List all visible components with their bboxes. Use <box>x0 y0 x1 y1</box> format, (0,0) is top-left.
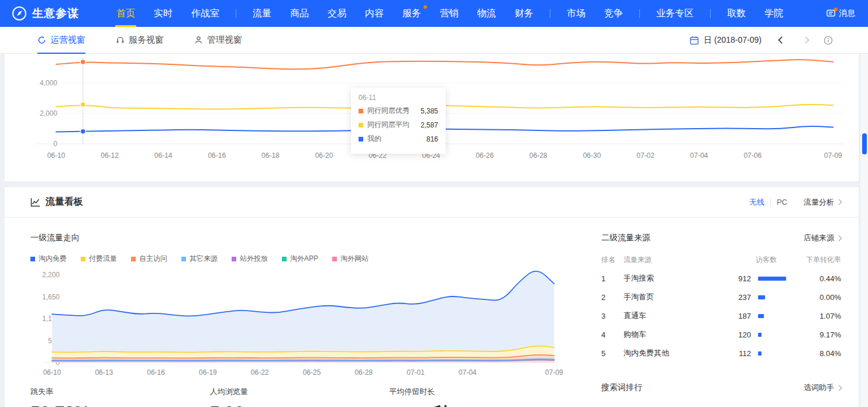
nav-item-business-zone[interactable]: 业务专区 <box>647 0 703 27</box>
notification-dot <box>834 8 838 11</box>
messages-entry[interactable]: 消息 <box>826 8 857 19</box>
nav-item-finance[interactable]: 财务 <box>505 0 543 27</box>
source-name: 淘内免费其他 <box>624 348 721 358</box>
source-row[interactable]: 3直通车1871.07% <box>601 306 841 325</box>
legend-swatch <box>30 257 35 261</box>
brand-name: 生意参谋 <box>32 6 79 21</box>
nav-item-compete[interactable]: 竞争 <box>595 0 632 27</box>
traffic-analysis-link[interactable]: 流量分析 <box>804 197 841 208</box>
legend-label: 淘外网站 <box>340 254 368 264</box>
chevron-right-icon <box>836 385 842 391</box>
nav-item-content[interactable]: 内容 <box>356 0 393 27</box>
source-row[interactable]: 4购物车1209.17% <box>601 325 841 344</box>
nav-menu: 首页实时作战室流量商品交易内容服务营销物流财务市场竞争业务专区取数学院 <box>107 0 826 27</box>
visitors-bar-cell <box>751 295 790 299</box>
nav-item-trade[interactable]: 交易 <box>318 0 356 27</box>
source-rank: 1 <box>601 274 624 283</box>
tooltip-series-name: 同行同层优秀 <box>367 106 409 116</box>
divider <box>770 199 771 206</box>
source-rate: 0.44% <box>790 274 841 283</box>
source-row[interactable]: 2手淘首页2370.00% <box>601 288 841 306</box>
svg-text:06-20: 06-20 <box>315 151 333 160</box>
source-panel-title: 二级流量来源 <box>601 233 650 243</box>
secondary-source-panel: 二级流量来源 店铺来源 排名流量来源访客数下单转化率1手淘搜索9120.44%2… <box>601 233 841 407</box>
calendar-icon[interactable] <box>690 36 699 45</box>
svg-text:06-28: 06-28 <box>529 151 547 160</box>
source-row[interactable]: 1手淘搜索9120.44% <box>601 269 841 288</box>
legend-item-offsite[interactable]: 站外投放 <box>232 254 268 264</box>
toggle-wireless[interactable]: 无线 <box>749 197 764 208</box>
svg-text:1,650: 1,650 <box>42 293 60 301</box>
view-tab-service[interactable]: 服务视窗 <box>116 27 164 54</box>
chevron-right-icon <box>836 199 842 205</box>
tooltip-series-value: 2,587 <box>421 121 438 129</box>
date-display[interactable]: 日 (2018-07-09) <box>704 35 762 46</box>
next-date-button[interactable] <box>802 36 810 44</box>
scrollbar-thumb[interactable] <box>862 133 867 154</box>
svg-text:06-16: 06-16 <box>147 368 165 377</box>
nav-item-traffic[interactable]: 流量 <box>243 0 281 27</box>
legend-item-paid[interactable]: 付费流量 <box>81 254 117 264</box>
source-rank: 3 <box>601 312 624 320</box>
scrollbar[interactable] <box>860 54 868 407</box>
nav-item-data-fetch[interactable]: 取数 <box>718 0 755 27</box>
metric-label: 跳失率 <box>30 387 210 397</box>
legend-item-taonei-free[interactable]: 淘内免费 <box>30 254 67 264</box>
visitors-bar-cell <box>751 277 790 281</box>
nav-item-home[interactable]: 首页 <box>107 0 144 27</box>
legend-item-taowai-app[interactable]: 淘外APP <box>282 254 318 264</box>
legend-item-self-visit[interactable]: 自主访问 <box>131 254 167 264</box>
view-tab-operation[interactable]: 运营视窗 <box>37 27 85 54</box>
primary-traffic-title: 一级流量走向 <box>30 233 569 243</box>
source-name: 购物车 <box>624 329 721 340</box>
legend-item-taowai-web[interactable]: 淘外网站 <box>332 254 368 264</box>
prev-date-button[interactable] <box>778 36 786 44</box>
message-label: 消息 <box>839 8 855 19</box>
word-helper-link[interactable]: 选词助手 <box>804 382 841 393</box>
metric-value: 59.73% <box>30 402 210 407</box>
nav-item-service[interactable]: 服务 <box>393 0 430 27</box>
source-rank: 4 <box>601 330 624 339</box>
nav-separator <box>550 9 550 18</box>
metric-label: 人均浏览量 <box>210 387 390 397</box>
date-controls: 日 (2018-07-09) <box>690 35 833 46</box>
nav-item-items[interactable]: 商品 <box>281 0 318 27</box>
svg-text:07-09: 07-09 <box>545 368 563 377</box>
tooltip-row: 我的816 <box>359 134 438 144</box>
chevron-right-icon <box>836 235 842 241</box>
metric-label: 平均停留时长 <box>389 387 569 397</box>
nav-item-academy[interactable]: 学院 <box>755 0 793 27</box>
traffic-legend: 淘内免费付费流量自主访问其它来源站外投放淘外APP淘外网站 <box>30 254 569 264</box>
metric-value: 17.48秒 <box>389 402 569 407</box>
nav-item-logistics[interactable]: 物流 <box>468 0 505 27</box>
nav-item-war-room[interactable]: 作战室 <box>182 0 229 27</box>
info-icon[interactable] <box>824 36 833 45</box>
legend-swatch <box>181 257 186 261</box>
legend-item-other-source[interactable]: 其它来源 <box>181 254 218 264</box>
view-tab-label: 运营视窗 <box>50 35 85 46</box>
nav-item-realtime[interactable]: 实时 <box>144 0 182 27</box>
brand[interactable]: 生意参谋 <box>12 6 79 21</box>
svg-text:07-02: 07-02 <box>636 151 655 160</box>
visitors-bar <box>758 295 765 299</box>
svg-text:2,000: 2,000 <box>40 109 57 118</box>
svg-text:4,000: 4,000 <box>40 79 57 87</box>
nav-item-market[interactable]: 市场 <box>557 0 595 27</box>
source-row[interactable]: 5淘内免费其他1128.04% <box>601 344 841 363</box>
svg-text:06-22: 06-22 <box>251 368 269 377</box>
tooltip-series-value: 5,385 <box>421 107 438 115</box>
traffic-area-chart[interactable]: 05501,1001,6502,20006-1006-1306-1606-190… <box>30 266 569 378</box>
traffic-board-controls: 无线 PC 流量分析 <box>749 197 841 208</box>
view-tab-label: 服务视窗 <box>129 35 164 46</box>
shop-source-label: 店铺来源 <box>804 233 834 243</box>
shop-source-link[interactable]: 店铺来源 <box>804 233 841 243</box>
source-name: 直通车 <box>624 311 721 321</box>
benchmark-chart-card: 02,0004,00006-1006-1206-1406-1606-1806-2… <box>5 54 859 181</box>
refresh-icon <box>37 36 46 44</box>
toggle-pc[interactable]: PC <box>777 198 787 206</box>
column-header: 访客数 <box>721 255 790 265</box>
source-name: 手淘首页 <box>624 292 721 302</box>
svg-text:06-18: 06-18 <box>261 151 280 160</box>
nav-item-marketing[interactable]: 营销 <box>430 0 468 27</box>
view-tab-management[interactable]: 管理视窗 <box>194 27 242 54</box>
